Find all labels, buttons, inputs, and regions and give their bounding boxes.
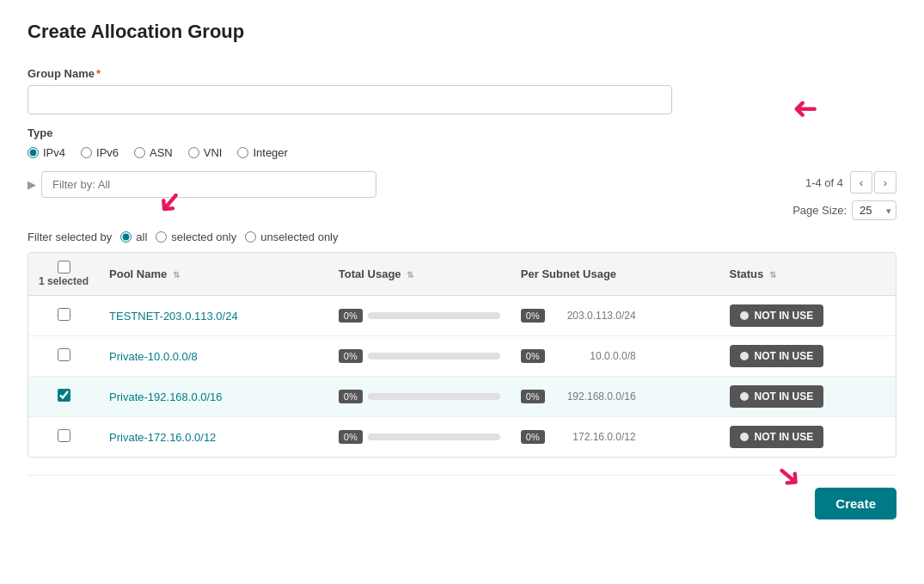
subnet-address: 172.16.0.0/12 — [550, 431, 636, 443]
status-dot-icon — [740, 392, 749, 401]
per-subnet-pct: 0% — [521, 430, 545, 444]
page-size-label: Page Size: — [792, 204, 847, 217]
row-pool-name: Private-172.16.0.0/12 — [99, 417, 328, 458]
status-dot-icon — [740, 311, 749, 320]
row-checkbox-cell — [28, 377, 99, 417]
filter-unselected-only[interactable]: unselected only — [245, 231, 338, 243]
total-usage-bar — [368, 393, 500, 400]
pool-name-link[interactable]: Private-172.16.0.0/12 — [109, 431, 216, 444]
type-radio-group: IPv4 IPv6 ASN VNI Integer — [28, 146, 896, 159]
row-checkbox-cell — [28, 336, 99, 377]
table-row: Private-10.0.0.0/8 0% 0% 10.0.0.0/8 — [28, 336, 896, 377]
row-status: NOT IN USE — [719, 377, 896, 417]
status-sort-icon[interactable]: ⇅ — [769, 270, 776, 280]
page-size-wrap: Page Size: 25 10 50 100 — [792, 200, 896, 220]
group-name-label: Group Name* — [28, 67, 896, 80]
filter-selected-row: Filter selected by all selected only uns… — [28, 231, 896, 243]
selected-count: 1 selected — [39, 275, 89, 287]
row-status: NOT IN USE — [719, 417, 896, 458]
create-button[interactable]: Create — [815, 488, 896, 519]
col-per-subnet-usage: Per Subnet Usage — [511, 253, 719, 296]
col-status: Status ⇅ — [719, 253, 896, 296]
row-pool-name: Private-192.168.0.0/16 — [99, 377, 328, 417]
row-checkbox[interactable] — [58, 429, 70, 442]
row-total-usage: 0% — [328, 417, 511, 458]
total-usage-pct: 0% — [339, 390, 363, 403]
row-per-subnet-usage: 0% 172.16.0.0/12 — [511, 417, 719, 458]
per-subnet-pct: 0% — [521, 309, 545, 323]
total-usage-bar — [368, 312, 500, 319]
pagination-range: 1-4 of 4 — [805, 176, 843, 189]
filter-arrow-icon: ▶ — [28, 178, 36, 191]
pool-table: 1 selected Pool Name ⇅ Total Usage ⇅ — [28, 252, 896, 458]
row-total-usage: 0% — [328, 336, 511, 377]
type-ipv6[interactable]: IPv6 — [81, 146, 119, 159]
page-size-select[interactable]: 25 10 50 100 — [852, 200, 896, 220]
row-checkbox-cell — [28, 296, 99, 336]
row-per-subnet-usage: 0% 203.0.113.0/24 — [511, 296, 719, 336]
pool-name-link[interactable]: TESTNET-203.0.113.0/24 — [109, 310, 238, 323]
group-name-input[interactable]: link_alloc_group — [28, 85, 672, 114]
next-page-button[interactable]: › — [874, 171, 896, 194]
col-total-usage: Total Usage ⇅ — [328, 253, 511, 296]
row-checkbox[interactable] — [58, 348, 70, 361]
total-usage-sort-icon[interactable]: ⇅ — [407, 270, 413, 280]
row-status: NOT IN USE — [719, 296, 896, 336]
type-asn[interactable]: ASN — [134, 146, 173, 159]
table-row: Private-192.168.0.0/16 0% 0% 192.168.0.0… — [28, 377, 896, 417]
row-total-usage: 0% — [328, 296, 511, 336]
type-label: Type — [28, 126, 896, 139]
table-row: Private-172.16.0.0/12 0% 0% 172.16.0.0/1… — [28, 417, 896, 458]
col-pool-name: Pool Name ⇅ — [99, 253, 328, 296]
filter-input[interactable] — [41, 171, 376, 198]
row-status: NOT IN USE — [719, 336, 896, 377]
subnet-address: 203.0.113.0/24 — [550, 310, 636, 322]
subnet-address: 192.168.0.0/16 — [550, 390, 636, 403]
total-usage-bar — [368, 433, 500, 440]
status-dot-icon — [740, 433, 749, 441]
table-row: TESTNET-203.0.113.0/24 0% 0% 203.0.113.0… — [28, 296, 896, 336]
status-label: NOT IN USE — [755, 350, 814, 362]
filter-selected-only[interactable]: selected only — [156, 231, 236, 243]
row-checkbox-cell — [28, 417, 99, 458]
status-label: NOT IN USE — [755, 310, 814, 322]
pagination-nav: ‹ › — [850, 171, 896, 194]
status-dot-icon — [740, 352, 749, 360]
row-pool-name: TESTNET-203.0.113.0/24 — [99, 296, 328, 336]
status-label: NOT IN USE — [755, 390, 814, 403]
total-usage-bar — [368, 353, 500, 360]
status-button[interactable]: NOT IN USE — [730, 345, 824, 367]
total-usage-pct: 0% — [339, 430, 363, 444]
page-title: Create Allocation Group — [28, 21, 896, 43]
row-pool-name: Private-10.0.0.0/8 — [99, 336, 328, 377]
status-label: NOT IN USE — [755, 431, 814, 443]
pool-name-sort-icon[interactable]: ⇅ — [173, 270, 180, 280]
total-usage-pct: 0% — [339, 349, 363, 363]
filter-selected-label: Filter selected by — [28, 231, 112, 243]
pool-name-link[interactable]: Private-10.0.0.0/8 — [109, 350, 198, 363]
subnet-address: 10.0.0.0/8 — [550, 350, 636, 362]
status-button[interactable]: NOT IN USE — [730, 426, 824, 448]
per-subnet-pct: 0% — [521, 390, 545, 403]
prev-page-button[interactable]: ‹ — [850, 171, 872, 194]
total-usage-pct: 0% — [339, 309, 363, 323]
select-all-header: 1 selected — [28, 253, 99, 296]
row-checkbox[interactable] — [58, 308, 70, 321]
select-all-checkbox[interactable] — [58, 261, 70, 274]
row-checkbox[interactable] — [58, 389, 70, 402]
row-total-usage: 0% — [328, 377, 511, 417]
type-vni[interactable]: VNI — [188, 146, 223, 159]
filter-all[interactable]: all — [120, 231, 147, 243]
status-button[interactable]: NOT IN USE — [730, 385, 824, 408]
row-per-subnet-usage: 0% 192.168.0.0/16 — [511, 377, 719, 417]
type-ipv4[interactable]: IPv4 — [28, 146, 65, 159]
row-per-subnet-usage: 0% 10.0.0.0/8 — [511, 336, 719, 377]
pool-name-link[interactable]: Private-192.168.0.0/16 — [109, 390, 223, 403]
type-integer[interactable]: Integer — [237, 146, 287, 159]
status-button[interactable]: NOT IN USE — [730, 304, 824, 327]
per-subnet-pct: 0% — [521, 349, 545, 363]
